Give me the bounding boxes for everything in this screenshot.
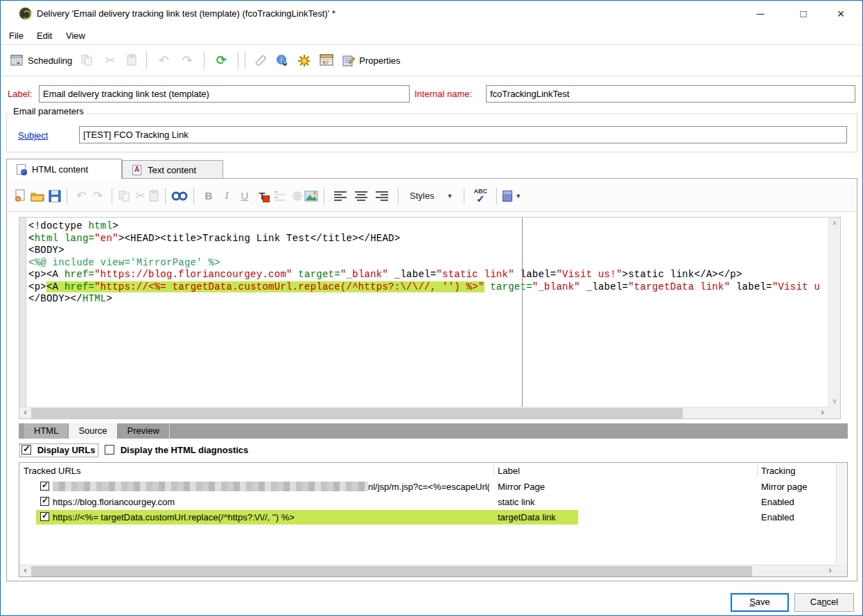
tracked-url-cell[interactable]: nl/jsp/m.jsp?c=<%=escapeUrl(cryptString(… — [53, 482, 489, 492]
scheduling-button[interactable]: Scheduling — [8, 52, 75, 69]
source-code-editor[interactable]: <!doctype html><html lang="en"><HEAD><ti… — [19, 217, 841, 419]
insert-link-button[interactable] — [291, 190, 304, 202]
copy-button[interactable] — [78, 52, 97, 69]
toolbar-separator — [112, 188, 112, 204]
table-row[interactable]: nl/jsp/m.jsp?c=<%=escapeUrl(cryptString(… — [19, 479, 836, 495]
scroll-right-icon[interactable]: › — [824, 565, 836, 577]
undo-icon: ↶ — [156, 53, 171, 67]
editor-cut-button[interactable]: ✂ — [132, 189, 148, 203]
menu-view[interactable]: View — [62, 29, 89, 42]
tab-source-view[interactable]: Source — [69, 423, 117, 439]
scroll-up-icon[interactable]: ∧ — [829, 218, 840, 229]
window-title: Delivery 'Email delivery tracking link t… — [37, 8, 335, 19]
close-button[interactable]: × — [825, 1, 857, 27]
column-header-tracking[interactable]: Tracking — [761, 466, 795, 476]
tracked-url-cell[interactable]: https://blog.floriancourgey.com — [53, 497, 175, 507]
url-enabled-checkbox[interactable] — [40, 482, 49, 491]
diagnostics-checkbox[interactable] — [105, 445, 114, 455]
scrollbar-corner — [836, 565, 847, 577]
maximize-button[interactable]: □ — [787, 1, 819, 27]
email-parameters-legend: Email parameters — [10, 106, 87, 116]
scroll-down-icon[interactable]: ∨ — [829, 396, 840, 407]
editor-copy-button[interactable] — [118, 190, 132, 202]
editor-toolbar: ↶ ↷ ✂ B I U T Styles ▼ — [8, 180, 856, 212]
editor-redo-button[interactable]: ↷ — [89, 189, 106, 203]
tracking-cell[interactable]: Mirror page — [761, 482, 807, 492]
insert-image-button[interactable] — [304, 191, 318, 202]
italic-button[interactable]: I — [218, 190, 236, 202]
menu-edit[interactable]: Edit — [33, 29, 56, 42]
styles-dropdown[interactable]: Styles ▼ — [404, 188, 458, 203]
spellcheck-check-icon: ✓ — [470, 195, 491, 203]
open-file-button[interactable] — [30, 191, 44, 202]
spellcheck-button[interactable]: ABC ✓ — [470, 188, 491, 203]
subject-link[interactable]: Subject — [18, 130, 48, 141]
scroll-left-icon[interactable]: ‹ — [19, 407, 31, 419]
minimize-button[interactable]: ─ — [744, 1, 776, 27]
underline-button[interactable]: U — [236, 190, 254, 202]
refresh-button[interactable]: ⟳ — [211, 51, 232, 69]
table-vertical-scrollbar[interactable] — [836, 463, 847, 565]
table-horizontal-scrollbar[interactable]: ‹ › — [19, 565, 836, 577]
label-cell[interactable]: Mirror Page — [498, 482, 545, 492]
editor-horizontal-scrollbar[interactable]: ‹ › — [19, 407, 828, 419]
scrollbar-thumb[interactable] — [31, 566, 752, 577]
menu-bar: File Edit View — [1, 27, 862, 44]
diagnostics-option[interactable]: Display the HTML diagnostics — [105, 445, 248, 455]
seed-addresses-button[interactable] — [272, 52, 292, 69]
typology-button[interactable] — [295, 52, 314, 69]
column-header-tracked-urls[interactable]: Tracked URLs — [24, 466, 81, 476]
tracked-url-cell[interactable]: https://<%= targetData.customUrl.replace… — [53, 512, 295, 522]
schedule-plus-button[interactable]: +/- — [317, 52, 336, 69]
editor-vertical-scrollbar[interactable]: ∧ ∨ — [828, 218, 840, 407]
tab-text-content[interactable]: A Text content — [122, 160, 223, 179]
diagnostics-label: Display the HTML diagnostics — [121, 445, 249, 455]
format-cleanup-dropdown[interactable]: ▼ — [503, 191, 521, 202]
chevron-down-icon: ▼ — [446, 193, 453, 200]
bullet-list-button[interactable] — [274, 191, 287, 201]
undo-button[interactable]: ↶ — [153, 51, 174, 69]
scheduling-label: Scheduling — [28, 55, 72, 66]
label-input[interactable] — [39, 85, 410, 103]
tracking-cell[interactable]: Enabled — [761, 512, 794, 522]
text-color-button[interactable]: T — [254, 190, 270, 202]
tab-html-view[interactable]: HTML — [24, 423, 69, 439]
internal-name-input[interactable] — [486, 85, 855, 103]
scroll-right-icon[interactable]: › — [817, 407, 828, 419]
main-toolbar: Scheduling ✂ ↶ ↷ ⟳ +/- Properties — [1, 44, 862, 76]
url-enabled-checkbox[interactable] — [40, 512, 49, 521]
attachments-button[interactable] — [252, 52, 270, 69]
display-urls-checkbox[interactable] — [21, 445, 31, 455]
align-left-button[interactable] — [334, 191, 347, 201]
cancel-button[interactable]: Cancel — [794, 593, 854, 612]
editor-paste-button[interactable] — [148, 190, 159, 202]
editor-undo-button[interactable]: ↶ — [73, 189, 89, 203]
redo-button[interactable]: ↷ — [177, 51, 198, 69]
menu-file[interactable]: File — [5, 29, 28, 42]
save-button[interactable]: Save — [731, 593, 789, 612]
tab-html-content[interactable]: HTML content — [6, 159, 122, 179]
align-right-button[interactable] — [376, 191, 388, 201]
table-row[interactable]: https://blog.floriancourgey.comstatic li… — [19, 495, 836, 510]
scrollbar-thumb[interactable] — [31, 408, 683, 419]
new-document-button[interactable] — [15, 189, 26, 202]
properties-button[interactable]: Properties — [339, 52, 403, 69]
align-center-button[interactable] — [355, 191, 367, 201]
display-urls-option[interactable]: Display URLs — [20, 444, 98, 457]
tab-preview-view[interactable]: Preview — [118, 423, 170, 439]
subject-input[interactable] — [79, 126, 847, 143]
url-enabled-checkbox[interactable] — [40, 497, 49, 506]
column-separator — [757, 464, 758, 477]
save-file-button[interactable] — [49, 190, 61, 202]
label-cell[interactable]: targetData link — [498, 512, 556, 522]
cut-button[interactable]: ✂ — [100, 51, 121, 69]
column-header-label[interactable]: Label — [498, 466, 520, 476]
tracking-cell[interactable]: Enabled — [761, 497, 794, 507]
scroll-left-icon[interactable]: ‹ — [19, 565, 31, 577]
find-button[interactable] — [171, 191, 188, 202]
label-cell[interactable]: static link — [498, 497, 534, 507]
paste-button[interactable] — [123, 52, 140, 69]
table-row[interactable]: https://<%= targetData.customUrl.replace… — [19, 510, 836, 525]
code-area[interactable]: <!doctype html><html lang="en"><HEAD><ti… — [27, 218, 828, 407]
bold-button[interactable]: B — [200, 190, 218, 202]
